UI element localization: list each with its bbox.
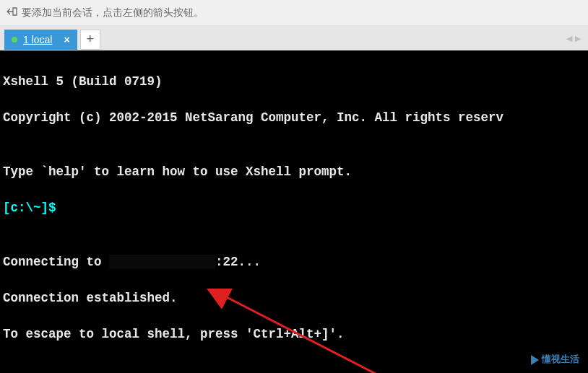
term-line: Connection established. xyxy=(0,289,588,307)
hint-bar: 要添加当前会话，点击左侧的箭头按钮。 xyxy=(0,0,588,26)
term-line: Copyright (c) 2002-2015 NetSarang Comput… xyxy=(0,109,588,127)
arrow-hint-icon xyxy=(6,6,17,19)
plus-icon: + xyxy=(86,32,94,47)
watermark: 懂视生活 xyxy=(527,349,584,370)
tab-strip: 1 local × + ◀ ▶ xyxy=(0,26,588,51)
watermark-text: 懂视生活 xyxy=(542,351,579,369)
tab-scroll-arrows: ◀ ▶ xyxy=(566,33,581,43)
hint-text: 要添加当前会话，点击左侧的箭头按钮。 xyxy=(22,6,204,19)
close-icon[interactable]: × xyxy=(61,34,72,45)
tab-local[interactable]: 1 local × xyxy=(4,30,77,50)
tab-label: 1 local xyxy=(23,34,52,45)
term-line: To escape to local shell, press 'Ctrl+Al… xyxy=(0,325,588,343)
chevron-left-icon[interactable]: ◀ xyxy=(566,33,572,43)
add-tab-button[interactable]: + xyxy=(80,30,100,50)
chevron-right-icon[interactable]: ▶ xyxy=(575,33,581,43)
term-line: Type `help' to learn how to use Xshell p… xyxy=(0,163,588,181)
terminal[interactable]: Xshell 5 (Build 0719) Copyright (c) 2002… xyxy=(0,51,588,373)
status-dot-icon xyxy=(12,37,17,43)
play-icon xyxy=(531,355,539,365)
local-prompt: [c:\~]$ xyxy=(0,199,588,217)
term-line: Connecting to :22... xyxy=(0,253,588,271)
term-line: Xshell 5 (Build 0719) xyxy=(0,73,588,91)
